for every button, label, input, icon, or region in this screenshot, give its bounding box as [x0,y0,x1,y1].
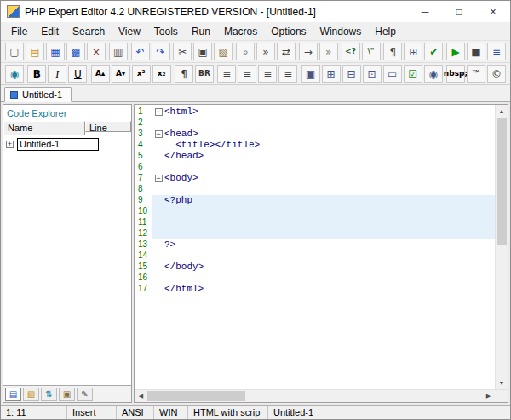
scroll-up-icon[interactable]: ▲ [496,105,508,118]
scroll-down-icon[interactable]: ▼ [496,377,508,389]
code-explorer-header: Name Line [3,121,131,135]
bold-button[interactable]: B [27,65,46,83]
stop-script-button[interactable]: ■ [467,43,485,60]
print-button[interactable]: ▥ [109,43,128,60]
column-header-name[interactable]: Name [3,121,85,135]
insert-image-button[interactable]: ▣ [301,65,320,83]
todo-panel-tab[interactable]: ✎ [77,388,93,401]
close-file-icon: × [92,47,100,57]
font-bigger-button[interactable]: A▴ [91,65,110,83]
code-explorer-panel-tab[interactable]: ▤ [5,388,21,401]
horizontal-scrollbar[interactable]: ◀ ▶ [135,390,495,402]
scroll-left-icon[interactable]: ◀ [135,390,147,402]
run-script-button[interactable]: ▶ [446,43,465,60]
replace-button[interactable]: ⇄ [277,43,296,60]
redo-button[interactable]: ↷ [152,43,170,60]
file-browser-panel-tab[interactable]: ▧ [23,388,39,401]
table-row-button[interactable]: ⊟ [342,65,361,83]
code-text [164,162,495,173]
menu-run[interactable]: Run [185,24,217,39]
checkbox-button[interactable]: ☑ [404,65,422,83]
menu-windows[interactable]: Windows [313,24,369,39]
new-file-button[interactable]: ▢ [5,43,24,60]
fold-toggle-icon[interactable]: − [155,130,163,138]
scroll-right-icon[interactable]: ▶ [482,390,495,402]
special-chars-button[interactable]: ¶ [383,43,402,60]
open-folder-button[interactable]: ▤ [26,43,44,60]
more-commands-button[interactable]: » [319,43,338,60]
check-syntax-button[interactable]: ✔ [424,43,443,60]
form-icon: ▭ [388,69,397,79]
menu-macros[interactable]: Macros [217,24,264,39]
copyright-entity-button[interactable]: © [487,65,506,83]
vertical-scroll-track[interactable] [496,118,508,377]
menu-edit[interactable]: Edit [34,24,66,39]
cut-button[interactable]: ✂ [173,43,192,60]
maximize-button[interactable]: □ [442,1,476,22]
escape-quote-button[interactable]: \" [362,43,381,60]
table-button[interactable]: ⊞ [322,65,341,83]
undo-button[interactable]: ↶ [131,43,150,60]
vertical-scroll-thumb[interactable] [497,118,507,245]
close-file-button[interactable]: × [87,43,106,60]
tab-untitled-1[interactable]: Untitled-1 [4,87,72,102]
align-left-button[interactable]: ≡ [217,65,236,83]
menu-options[interactable]: Options [264,24,313,39]
font-smaller-button[interactable]: A▾ [112,65,130,83]
table-cell-button[interactable]: ⊡ [363,65,382,83]
expander-icon[interactable]: + [6,141,14,148]
menu-view[interactable]: View [112,24,147,39]
fold-toggle-icon[interactable]: − [155,175,163,182]
superscript-button[interactable]: x² [132,65,151,83]
radio-button-button[interactable]: ◉ [424,65,443,83]
status-bar: 1: 11InsertANSIWINHTML with scripUntitle… [1,405,510,419]
align-center-button[interactable]: ≡ [238,65,256,83]
form-button[interactable]: ▭ [383,65,402,83]
insert-table-button[interactable]: ⊞ [404,43,422,60]
pilcrow-button[interactable]: ¶ [175,65,193,83]
copy-button[interactable]: ▣ [193,43,212,60]
tree-row[interactable]: +Untitled-1 [6,138,131,151]
paste-button[interactable]: ▧ [214,43,233,60]
code-explorer-tree[interactable]: +Untitled-1 [3,135,131,385]
code-text [164,206,495,217]
find-next-button[interactable]: » [256,43,275,60]
line-break-button[interactable]: BR [195,65,214,83]
check-syntax-icon: ✔ [429,47,438,57]
snippets-panel-tab[interactable]: ▣ [59,388,75,401]
align-right-button[interactable]: ≡ [258,65,277,83]
horizontal-scroll-track[interactable] [147,390,482,402]
fold-column [152,195,164,206]
align-justify-button[interactable]: ≡ [278,65,297,83]
nbsp-entity-button[interactable]: nbsp; [446,65,465,83]
ftp-panel-tab[interactable]: ⇅ [41,388,57,401]
editor-lines[interactable]: 1−<html>23−<head>4 <title></title>5</hea… [135,105,495,389]
save-button[interactable]: ▦ [46,43,65,60]
status-file-name: Untitled-1 [268,406,336,419]
subscript-button[interactable]: x₂ [152,65,171,83]
close-button[interactable]: × [476,1,510,22]
save-all-button[interactable]: ▩ [66,43,85,60]
menu-file[interactable]: File [4,24,34,39]
preview-browser-button[interactable]: ◉ [5,65,24,83]
horizontal-scroll-thumb[interactable] [147,391,245,401]
menu-tools[interactable]: Tools [147,24,185,39]
goto-line-button[interactable]: → [299,43,318,60]
script-output-button[interactable]: ≡ [487,43,506,60]
fold-toggle-icon[interactable]: − [155,108,163,116]
italic-button[interactable]: I [48,65,66,83]
line-number: 17 [135,284,152,295]
underline-button[interactable]: U [68,65,87,83]
php-open-tag-button[interactable]: <? [342,43,360,60]
vertical-scrollbar[interactable]: ▲ ▼ [495,105,508,389]
editor-bottom-row: ◀ ▶ [135,389,508,402]
find-button[interactable]: ⌕ [236,43,255,60]
menu-help[interactable]: Help [368,24,403,39]
minimize-button[interactable]: ─ [408,1,442,22]
stop-script-icon: ■ [471,47,480,57]
line-number: 11 [135,217,152,228]
column-header-line[interactable]: Line [85,121,131,132]
editor-line: 13?> [135,239,495,250]
menu-search[interactable]: Search [66,24,112,39]
trademark-entity-button[interactable]: ™ [467,65,485,83]
